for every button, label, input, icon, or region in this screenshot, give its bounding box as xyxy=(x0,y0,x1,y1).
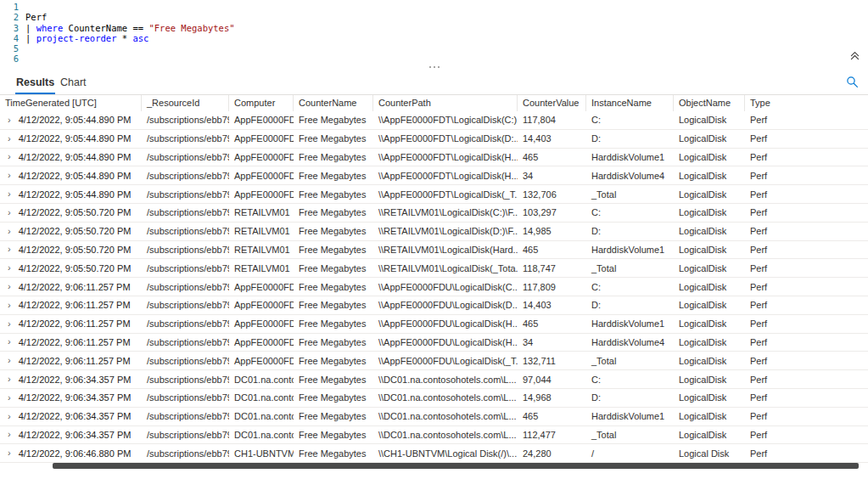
table-row[interactable]: ›4/12/2022, 9:05:44.890 PM/subscriptions… xyxy=(0,130,868,149)
row-expand-chevron-icon[interactable]: › xyxy=(8,429,11,439)
cell-counterPath: \\RETAILVM01\LogicalDisk(_Tota... xyxy=(373,263,518,273)
table-row[interactable]: ›4/12/2022, 9:06:11.257 PM/subscriptions… xyxy=(0,334,868,352)
query-editor[interactable]: 12Perf3| where CounterName == "Free Mega… xyxy=(0,0,868,66)
cell-type: Perf xyxy=(745,115,868,125)
row-expand-chevron-icon[interactable]: › xyxy=(8,392,11,403)
cell-instanceName: / xyxy=(586,448,674,459)
table-row[interactable]: ›4/12/2022, 9:06:34.357 PM/subscriptions… xyxy=(0,408,868,426)
row-expand-chevron-icon[interactable]: › xyxy=(8,355,11,365)
row-expand-chevron-icon[interactable]: › xyxy=(8,207,11,217)
editor-line[interactable]: 2Perf xyxy=(0,12,868,22)
editor-line[interactable]: 3| where CounterName == "Free Megabytes" xyxy=(0,23,868,33)
cell-time-text: 4/12/2022, 9:06:11.257 PM xyxy=(19,282,131,292)
cell-objectName: LogicalDisk xyxy=(674,337,745,347)
column-header-counterPath[interactable]: CounterPath xyxy=(373,95,518,112)
pane-splitter[interactable] xyxy=(0,63,868,71)
cell-computer: AppFE0000FDU xyxy=(229,337,294,347)
column-header-objectName[interactable]: ObjectName xyxy=(674,95,745,112)
table-row[interactable]: ›4/12/2022, 9:05:50.720 PM/subscriptions… xyxy=(0,259,868,278)
column-header-type[interactable]: Type xyxy=(745,95,868,112)
cell-time-text: 4/12/2022, 9:05:50.720 PM xyxy=(19,245,132,255)
table-row[interactable]: ›4/12/2022, 9:05:50.720 PM/subscriptions… xyxy=(0,204,868,223)
table-row[interactable]: ›4/12/2022, 9:06:34.357 PM/subscriptions… xyxy=(0,389,868,408)
cell-resourceId: /subscriptions/ebb79... xyxy=(142,152,229,162)
row-expand-chevron-icon[interactable]: › xyxy=(8,115,11,125)
row-expand-chevron-icon[interactable]: › xyxy=(8,226,11,236)
cell-time: ›4/12/2022, 9:06:34.357 PM xyxy=(0,374,142,385)
cell-counterPath: \\AppFE0000FDU\LogicalDisk(C... xyxy=(373,282,518,292)
cell-objectName: LogicalDisk xyxy=(674,245,745,255)
tab-results[interactable]: Results xyxy=(15,72,55,94)
cell-counterPath: \\AppFE0000FDT\LogicalDisk(D:... xyxy=(373,133,518,144)
table-row[interactable]: ›4/12/2022, 9:06:46.880 PM/subscriptions… xyxy=(0,444,868,463)
column-header-computer[interactable]: Computer xyxy=(229,95,294,112)
table-row[interactable]: ›4/12/2022, 9:05:44.890 PM/subscriptions… xyxy=(0,149,868,167)
row-expand-chevron-icon[interactable]: › xyxy=(8,318,11,329)
row-expand-chevron-icon[interactable]: › xyxy=(8,336,11,347)
column-header-resourceId[interactable]: _ResourceId xyxy=(142,95,229,112)
cell-counterPath: \\RETAILVM01\LogicalDisk(D:)\F... xyxy=(373,226,518,236)
cell-counterValue: 24,280 xyxy=(518,448,586,459)
cell-type: Perf xyxy=(745,207,868,217)
table-row[interactable]: ›4/12/2022, 9:05:44.890 PM/subscriptions… xyxy=(0,166,868,185)
row-expand-chevron-icon[interactable]: › xyxy=(8,262,11,273)
row-expand-chevron-icon[interactable]: › xyxy=(8,244,11,254)
editor-line[interactable]: 1 xyxy=(0,2,868,12)
column-header-time[interactable]: TimeGenerated [UTC] xyxy=(0,95,142,112)
code-text: Perf xyxy=(25,12,47,22)
cell-counterPath: \\AppFE0000FDT\LogicalDisk(C:)... xyxy=(373,115,518,125)
table-row[interactable]: ›4/12/2022, 9:05:44.890 PM/subscriptions… xyxy=(0,111,868,130)
cell-computer: AppFE0000FDT xyxy=(229,189,294,200)
cell-counterValue: 97,044 xyxy=(518,375,586,385)
cell-time: ›4/12/2022, 9:05:44.890 PM xyxy=(0,189,142,200)
table-row[interactable]: ›4/12/2022, 9:05:50.720 PM/subscriptions… xyxy=(0,241,868,260)
collapse-editor-icon[interactable] xyxy=(849,49,863,61)
cell-objectName: LogicalDisk xyxy=(674,152,745,162)
table-row[interactable]: ›4/12/2022, 9:05:50.720 PM/subscriptions… xyxy=(0,223,868,241)
cell-counterValue: 112,477 xyxy=(518,430,586,440)
column-header-counterValue[interactable]: CounterValue xyxy=(518,95,586,112)
cell-counterName: Free Megabytes xyxy=(294,245,373,255)
column-header-instanceName[interactable]: InstanceName xyxy=(586,95,674,112)
cell-objectName: LogicalDisk xyxy=(674,430,745,440)
tab-results-label: Results xyxy=(16,76,54,88)
cell-counterPath: \\AppFE0000FDU\LogicalDisk(D... xyxy=(373,300,518,310)
column-header-counterName[interactable]: CounterName xyxy=(294,95,373,112)
cell-counterName: Free Megabytes xyxy=(294,115,373,125)
search-icon[interactable] xyxy=(846,76,860,89)
cell-computer: RETAILVM01 xyxy=(229,207,294,217)
cell-counterName: Free Megabytes xyxy=(294,430,373,440)
editor-line[interactable]: 5 xyxy=(0,43,868,54)
table-row[interactable]: ›4/12/2022, 9:06:34.357 PM/subscriptions… xyxy=(0,426,868,445)
results-tabbar: Results Chart xyxy=(0,72,868,94)
row-expand-chevron-icon[interactable]: › xyxy=(8,170,11,180)
row-expand-chevron-icon[interactable]: › xyxy=(8,151,11,161)
row-expand-chevron-icon[interactable]: › xyxy=(8,133,11,144)
cell-counterValue: 465 xyxy=(518,152,586,162)
cell-computer: DC01.na.conto... xyxy=(229,375,294,385)
tab-chart[interactable]: Chart xyxy=(60,72,87,93)
row-expand-chevron-icon[interactable]: › xyxy=(8,374,11,384)
row-expand-chevron-icon[interactable]: › xyxy=(8,300,11,310)
table-row[interactable]: ›4/12/2022, 9:06:11.257 PM/subscriptions… xyxy=(0,296,868,315)
cell-resourceId: /subscriptions/ebb79... xyxy=(142,430,229,440)
cell-type: Perf xyxy=(745,318,868,329)
cell-counterValue: 465 xyxy=(518,411,586,421)
row-expand-chevron-icon[interactable]: › xyxy=(8,448,11,458)
cell-counterPath: \\DC01.na.contosohotels.com\L... xyxy=(373,392,518,403)
editor-line[interactable]: 4| project-reorder * asc xyxy=(0,33,868,43)
table-row[interactable]: ›4/12/2022, 9:06:11.257 PM/subscriptions… xyxy=(0,278,868,296)
horizontal-scrollbar-thumb[interactable] xyxy=(53,463,859,469)
cell-resourceId: /subscriptions/ebb79... xyxy=(142,300,229,310)
row-expand-chevron-icon[interactable]: › xyxy=(8,281,11,291)
table-row[interactable]: ›4/12/2022, 9:06:11.257 PM/subscriptions… xyxy=(0,352,868,370)
table-row[interactable]: ›4/12/2022, 9:06:34.357 PM/subscriptions… xyxy=(0,370,868,389)
table-row[interactable]: ›4/12/2022, 9:06:11.257 PM/subscriptions… xyxy=(0,315,868,334)
cell-time: ›4/12/2022, 9:06:34.357 PM xyxy=(0,429,142,440)
grid-header: TimeGenerated [UTC]_ResourceIdComputerCo… xyxy=(0,94,868,113)
cell-resourceId: /subscriptions/ebb79... xyxy=(142,318,229,329)
row-expand-chevron-icon[interactable]: › xyxy=(8,189,11,199)
table-row[interactable]: ›4/12/2022, 9:05:44.890 PM/subscriptions… xyxy=(0,185,868,204)
cell-type: Perf xyxy=(745,133,868,144)
row-expand-chevron-icon[interactable]: › xyxy=(8,411,11,421)
